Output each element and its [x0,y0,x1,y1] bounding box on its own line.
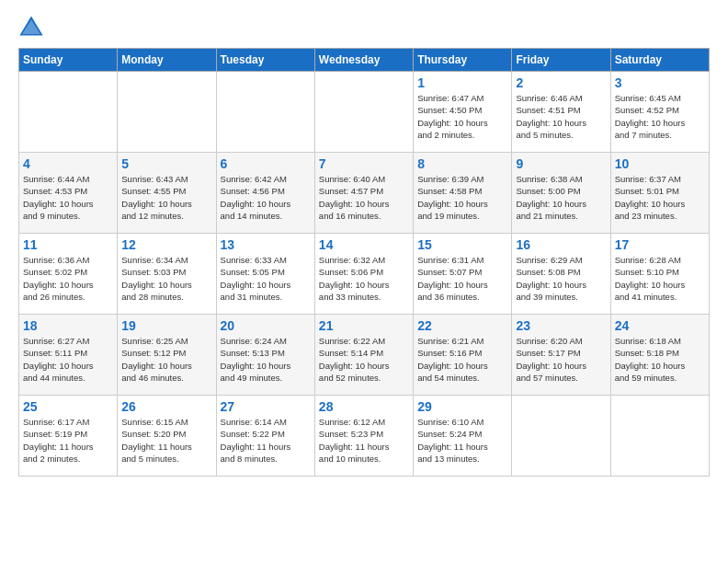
calendar-cell: 13Sunrise: 6:33 AM Sunset: 5:05 PM Dayli… [216,234,314,315]
day-number: 13 [221,237,311,252]
calendar-cell: 23Sunrise: 6:20 AM Sunset: 5:17 PM Dayli… [512,315,610,396]
calendar-cell: 2Sunrise: 6:46 AM Sunset: 4:51 PM Daylig… [512,72,610,153]
weekday-header-row: SundayMondayTuesdayWednesdayThursdayFrid… [19,49,710,72]
calendar-cell: 10Sunrise: 6:37 AM Sunset: 5:01 PM Dayli… [610,153,709,234]
calendar-cell: 20Sunrise: 6:24 AM Sunset: 5:13 PM Dayli… [216,315,314,396]
calendar-cell: 22Sunrise: 6:21 AM Sunset: 5:16 PM Dayli… [414,315,512,396]
weekday-header-tuesday: Tuesday [216,49,314,72]
week-row-4: 18Sunrise: 6:27 AM Sunset: 5:11 PM Dayli… [19,315,710,396]
day-number: 5 [121,156,211,171]
calendar-cell: 6Sunrise: 6:42 AM Sunset: 4:56 PM Daylig… [216,153,314,234]
weekday-header-wednesday: Wednesday [314,49,413,72]
weekday-header-sunday: Sunday [19,49,118,72]
day-info: Sunrise: 6:34 AM Sunset: 5:03 PM Dayligh… [121,254,211,303]
day-info: Sunrise: 6:10 AM Sunset: 5:24 PM Dayligh… [417,416,507,465]
calendar-cell [118,72,216,153]
day-number: 2 [516,75,606,90]
day-number: 11 [23,237,113,252]
calendar-cell [610,396,709,477]
day-number: 25 [23,399,113,414]
day-number: 17 [615,237,705,252]
day-number: 23 [516,318,606,333]
calendar-cell: 27Sunrise: 6:14 AM Sunset: 5:22 PM Dayli… [216,396,314,477]
day-number: 7 [319,156,409,171]
day-number: 10 [615,156,705,171]
day-number: 22 [417,318,507,333]
day-info: Sunrise: 6:37 AM Sunset: 5:01 PM Dayligh… [615,173,705,222]
calendar-cell: 17Sunrise: 6:28 AM Sunset: 5:10 PM Dayli… [610,234,709,315]
day-info: Sunrise: 6:38 AM Sunset: 5:00 PM Dayligh… [516,173,606,222]
day-number: 12 [121,237,211,252]
day-info: Sunrise: 6:45 AM Sunset: 4:52 PM Dayligh… [615,92,705,141]
day-info: Sunrise: 6:36 AM Sunset: 5:02 PM Dayligh… [23,254,113,303]
calendar-cell: 1Sunrise: 6:47 AM Sunset: 4:50 PM Daylig… [414,72,512,153]
day-info: Sunrise: 6:27 AM Sunset: 5:11 PM Dayligh… [23,335,113,384]
calendar-cell: 29Sunrise: 6:10 AM Sunset: 5:24 PM Dayli… [414,396,512,477]
day-number: 3 [615,75,705,90]
day-info: Sunrise: 6:22 AM Sunset: 5:14 PM Dayligh… [319,335,409,384]
day-info: Sunrise: 6:39 AM Sunset: 4:58 PM Dayligh… [417,173,507,222]
day-info: Sunrise: 6:29 AM Sunset: 5:08 PM Dayligh… [516,254,606,303]
calendar-cell: 28Sunrise: 6:12 AM Sunset: 5:23 PM Dayli… [314,396,413,477]
day-number: 18 [23,318,113,333]
calendar-cell: 12Sunrise: 6:34 AM Sunset: 5:03 PM Dayli… [118,234,216,315]
weekday-header-thursday: Thursday [414,49,512,72]
calendar-cell: 18Sunrise: 6:27 AM Sunset: 5:11 PM Dayli… [19,315,118,396]
day-info: Sunrise: 6:32 AM Sunset: 5:06 PM Dayligh… [319,254,409,303]
day-number: 14 [319,237,409,252]
day-number: 19 [121,318,211,333]
day-info: Sunrise: 6:21 AM Sunset: 5:16 PM Dayligh… [417,335,507,384]
day-info: Sunrise: 6:40 AM Sunset: 4:57 PM Dayligh… [319,173,409,222]
day-number: 21 [319,318,409,333]
day-info: Sunrise: 6:25 AM Sunset: 5:12 PM Dayligh… [121,335,211,384]
weekday-header-saturday: Saturday [610,49,709,72]
day-info: Sunrise: 6:33 AM Sunset: 5:05 PM Dayligh… [221,254,311,303]
calendar-table: SundayMondayTuesdayWednesdayThursdayFrid… [18,48,710,477]
day-info: Sunrise: 6:17 AM Sunset: 5:19 PM Dayligh… [23,416,113,465]
calendar-cell: 4Sunrise: 6:44 AM Sunset: 4:53 PM Daylig… [19,153,118,234]
week-row-5: 25Sunrise: 6:17 AM Sunset: 5:19 PM Dayli… [19,396,710,477]
calendar-cell: 5Sunrise: 6:43 AM Sunset: 4:55 PM Daylig… [118,153,216,234]
day-number: 6 [221,156,311,171]
calendar-cell [19,72,118,153]
calendar-cell: 25Sunrise: 6:17 AM Sunset: 5:19 PM Dayli… [19,396,118,477]
day-number: 16 [516,237,606,252]
day-info: Sunrise: 6:43 AM Sunset: 4:55 PM Dayligh… [121,173,211,222]
day-info: Sunrise: 6:44 AM Sunset: 4:53 PM Dayligh… [23,173,113,222]
day-number: 29 [417,399,507,414]
calendar-cell: 7Sunrise: 6:40 AM Sunset: 4:57 PM Daylig… [314,153,413,234]
day-number: 9 [516,156,606,171]
weekday-header-monday: Monday [118,49,216,72]
day-number: 8 [417,156,507,171]
day-info: Sunrise: 6:31 AM Sunset: 5:07 PM Dayligh… [417,254,507,303]
logo-icon [18,15,44,40]
header [18,15,710,40]
calendar-cell: 26Sunrise: 6:15 AM Sunset: 5:20 PM Dayli… [118,396,216,477]
day-info: Sunrise: 6:12 AM Sunset: 5:23 PM Dayligh… [319,416,409,465]
day-number: 27 [221,399,311,414]
week-row-1: 1Sunrise: 6:47 AM Sunset: 4:50 PM Daylig… [19,72,710,153]
day-number: 26 [121,399,211,414]
day-info: Sunrise: 6:14 AM Sunset: 5:22 PM Dayligh… [221,416,311,465]
day-info: Sunrise: 6:20 AM Sunset: 5:17 PM Dayligh… [516,335,606,384]
calendar-cell: 24Sunrise: 6:18 AM Sunset: 5:18 PM Dayli… [610,315,709,396]
calendar-cell: 21Sunrise: 6:22 AM Sunset: 5:14 PM Dayli… [314,315,413,396]
logo [18,15,48,40]
day-info: Sunrise: 6:46 AM Sunset: 4:51 PM Dayligh… [516,92,606,141]
calendar-cell: 14Sunrise: 6:32 AM Sunset: 5:06 PM Dayli… [314,234,413,315]
day-number: 28 [319,399,409,414]
calendar-cell [314,72,413,153]
calendar-cell: 11Sunrise: 6:36 AM Sunset: 5:02 PM Dayli… [19,234,118,315]
weekday-header-friday: Friday [512,49,610,72]
calendar-cell: 19Sunrise: 6:25 AM Sunset: 5:12 PM Dayli… [118,315,216,396]
calendar-cell: 8Sunrise: 6:39 AM Sunset: 4:58 PM Daylig… [414,153,512,234]
day-info: Sunrise: 6:18 AM Sunset: 5:18 PM Dayligh… [615,335,705,384]
day-info: Sunrise: 6:47 AM Sunset: 4:50 PM Dayligh… [417,92,507,141]
day-info: Sunrise: 6:15 AM Sunset: 5:20 PM Dayligh… [121,416,211,465]
week-row-3: 11Sunrise: 6:36 AM Sunset: 5:02 PM Dayli… [19,234,710,315]
day-number: 24 [615,318,705,333]
day-info: Sunrise: 6:24 AM Sunset: 5:13 PM Dayligh… [221,335,311,384]
calendar-cell: 9Sunrise: 6:38 AM Sunset: 5:00 PM Daylig… [512,153,610,234]
calendar-cell: 15Sunrise: 6:31 AM Sunset: 5:07 PM Dayli… [414,234,512,315]
week-row-2: 4Sunrise: 6:44 AM Sunset: 4:53 PM Daylig… [19,153,710,234]
